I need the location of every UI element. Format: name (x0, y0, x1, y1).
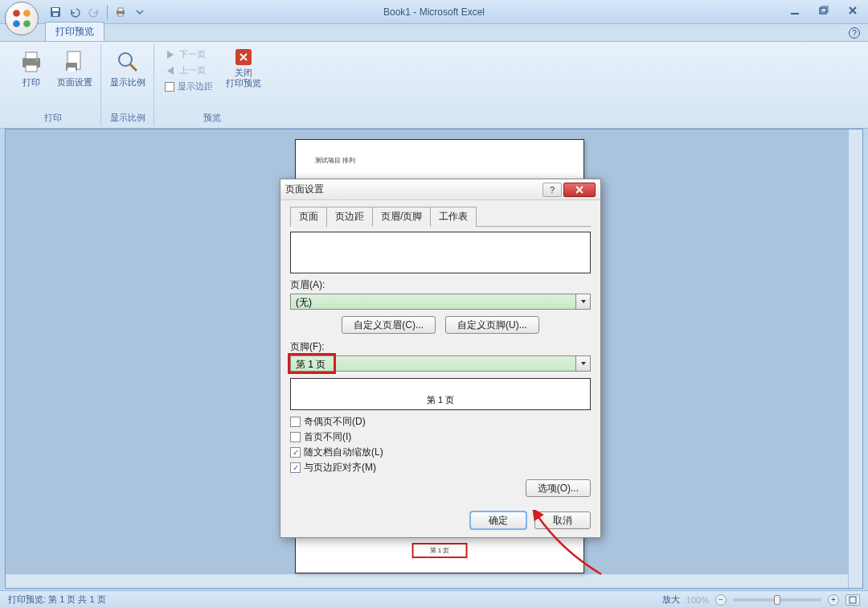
dialog-title: 页面设置 (285, 183, 324, 196)
svg-rect-11 (820, 8, 826, 14)
prev-page-button: 上一页 (162, 63, 216, 78)
close-button[interactable] (842, 3, 863, 18)
qat-customize-icon[interactable] (131, 3, 149, 21)
svg-point-20 (119, 53, 132, 66)
vertical-scrollbar[interactable] (848, 129, 862, 588)
header-combo-value: (无) (291, 294, 575, 309)
cancel-button[interactable]: 取消 (534, 511, 591, 529)
print-button[interactable]: 打印 (12, 47, 51, 90)
quick-print-icon[interactable] (112, 3, 129, 21)
footer-combo[interactable]: 第 1 页 (290, 355, 591, 372)
horizontal-scrollbar[interactable] (6, 573, 848, 588)
svg-point-0 (13, 10, 20, 17)
dialog-help-button[interactable]: ? (542, 183, 562, 197)
svg-point-16 (36, 60, 39, 62)
footer-combo-value: 第 1 页 (291, 356, 575, 371)
quick-access-toolbar (47, 3, 149, 21)
minimize-button[interactable] (784, 3, 805, 18)
page-header-text: 测试项目 排列 (315, 156, 355, 165)
status-text: 打印预览: 第 1 页 共 1 页 (8, 594, 106, 606)
restore-button[interactable] (813, 3, 834, 18)
svg-rect-14 (26, 52, 37, 59)
options-button[interactable]: 选项(O)... (526, 479, 591, 497)
close-x-icon (235, 49, 252, 65)
save-icon[interactable] (47, 3, 64, 21)
tab-print-preview[interactable]: 打印预览 (45, 22, 104, 41)
tab-margins[interactable]: 页边距 (326, 207, 373, 227)
ok-button[interactable]: 确定 (470, 511, 526, 529)
page-setup-button[interactable]: 页面设置 (55, 47, 94, 90)
align-margins-checkbox[interactable]: ✓与页边距对齐(M) (290, 461, 591, 474)
dropdown-icon[interactable] (575, 356, 590, 371)
page-setup-icon (62, 49, 88, 75)
dropdown-icon[interactable] (575, 294, 590, 309)
close-preview-button[interactable]: 关闭打印预览 (224, 47, 263, 94)
title-bar: Book1 - Microsoft Excel (0, 0, 868, 24)
footer-preview-box: 第 1 页 (290, 378, 591, 410)
svg-rect-6 (53, 13, 58, 16)
custom-header-button[interactable]: 自定义页眉(C)... (342, 316, 436, 334)
footer-label: 页脚(F): (290, 340, 591, 354)
window-title: Book1 - Microsoft Excel (383, 6, 485, 18)
fit-to-window-button[interactable] (845, 594, 860, 606)
zoom-button[interactable]: 显示比例 (108, 47, 147, 90)
header-label: 页眉(A): (290, 278, 591, 292)
printer-icon (18, 49, 44, 75)
redo-icon[interactable] (85, 3, 103, 21)
svg-rect-8 (118, 8, 123, 11)
zoom-slider[interactable] (733, 598, 821, 602)
ribbon-tab-row: 打印预览 ? (0, 24, 868, 42)
zoom-slider-thumb[interactable] (774, 595, 780, 605)
svg-rect-15 (26, 65, 37, 72)
diff-odd-even-checkbox[interactable]: 奇偶页不同(D) (290, 415, 591, 429)
ribbon-group-preview: 下一页 上一页 显示边距 关闭打印预览 预览 (154, 43, 269, 126)
dialog-tabs: 页面 页边距 页眉/页脚 工作表 (290, 207, 591, 227)
show-margins-checkbox[interactable]: 显示边距 (162, 79, 216, 94)
scale-with-doc-checkbox[interactable]: ✓随文档自动缩放(L) (290, 446, 591, 459)
zoom-out-button[interactable]: − (715, 594, 727, 606)
diff-first-page-checkbox[interactable]: 首页不同(I) (290, 430, 591, 444)
svg-rect-12 (821, 6, 828, 12)
svg-rect-21 (850, 597, 856, 603)
next-page-button: 下一页 (162, 47, 216, 62)
undo-icon[interactable] (66, 3, 84, 21)
dialog-titlebar[interactable]: 页面设置 ? (280, 179, 600, 200)
office-button[interactable] (5, 2, 39, 35)
svg-rect-9 (118, 14, 123, 16)
zoom-label[interactable]: 放大 (662, 594, 680, 606)
svg-rect-19 (68, 68, 76, 72)
custom-footer-button[interactable]: 自定义页脚(U)... (445, 316, 539, 334)
svg-point-3 (23, 20, 31, 27)
ribbon-group-print: 打印 页面设置 打印 (5, 43, 101, 126)
separator (107, 5, 108, 19)
zoom-percent[interactable]: 100% (686, 595, 709, 605)
svg-point-1 (23, 10, 31, 17)
svg-rect-5 (52, 8, 59, 11)
page-footer-highlight: 第 1 页 (412, 543, 468, 558)
page-setup-dialog: 页面设置 ? 页面 页边距 页眉/页脚 工作表 页眉(A): (无) 自定义页眉… (280, 179, 601, 538)
svg-point-2 (13, 20, 20, 27)
status-bar: 打印预览: 第 1 页 共 1 页 放大 100% − + (0, 590, 868, 608)
tab-sheet[interactable]: 工作表 (430, 207, 477, 227)
magnifier-icon (115, 49, 141, 75)
tab-page[interactable]: 页面 (290, 207, 327, 227)
help-icon[interactable]: ? (849, 27, 860, 39)
header-combo[interactable]: (无) (290, 294, 591, 310)
ribbon-group-zoom: 显示比例 显示比例 (101, 43, 154, 126)
zoom-in-button[interactable]: + (828, 594, 839, 606)
dialog-close-button[interactable] (563, 183, 596, 197)
tab-header-footer[interactable]: 页眉/页脚 (372, 207, 431, 227)
ribbon: 打印 页面设置 打印 显示比例 显示比例 下一页 上一页 显示边距 (0, 42, 868, 129)
header-preview-box (290, 232, 591, 273)
svg-rect-10 (791, 13, 799, 14)
